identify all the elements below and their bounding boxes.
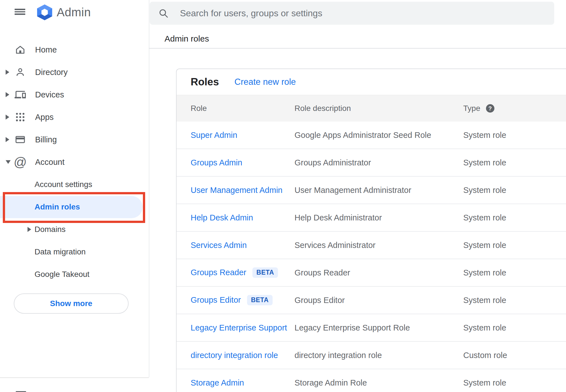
role-type: System role — [463, 296, 506, 305]
sidebar-item-google-takeout[interactable]: Google Takeout — [0, 263, 148, 286]
table-row: Help Desk Admin Help Desk Administrator … — [177, 204, 566, 232]
app-title: Admin — [57, 6, 91, 19]
role-description: Groups Editor — [295, 296, 345, 305]
expand-right-icon[interactable] — [28, 227, 31, 232]
sidebar-item-devices[interactable]: Devices — [0, 83, 148, 106]
role-type: System role — [463, 323, 506, 332]
apps-grid-icon — [14, 111, 26, 123]
role-link[interactable]: Super Admin — [191, 131, 237, 140]
role-type: System role — [463, 158, 506, 167]
table-row: directory integration role directory int… — [177, 342, 566, 369]
annotation-red-box — [3, 192, 145, 223]
column-header-role-description: Role description — [295, 104, 351, 113]
at-sign-icon: @ — [14, 156, 26, 168]
role-link[interactable]: Groups Admin — [191, 158, 242, 167]
help-icon[interactable]: ? — [486, 104, 494, 113]
app-logo[interactable]: Admin — [36, 4, 91, 21]
role-description: directory integration role — [295, 351, 382, 360]
sidebar-item-billing[interactable]: Billing — [0, 128, 148, 151]
card-title: Roles — [191, 76, 219, 88]
role-type: System role — [463, 186, 506, 195]
table-row: User Management Admin User Management Ad… — [177, 177, 566, 204]
role-description: Legacy Enterprise Support Role — [295, 323, 410, 332]
sidebar-item-data-migration[interactable]: Data migration — [0, 241, 148, 263]
table-row: Groups Reader BETA Groups Reader System … — [177, 259, 566, 287]
home-icon — [14, 44, 26, 56]
role-description: Help Desk Administrator — [295, 213, 382, 222]
table-row: Super Admin Google Apps Administrator Se… — [177, 122, 566, 149]
expand-right-icon[interactable] — [6, 70, 9, 75]
admin-hexagon-logo-icon — [36, 4, 53, 20]
role-type: System role — [463, 241, 506, 250]
credit-card-icon — [14, 133, 26, 146]
role-type: System role — [463, 378, 506, 388]
role-link[interactable]: Groups Editor — [191, 295, 241, 305]
person-icon — [14, 66, 26, 78]
search-bar[interactable] — [150, 2, 554, 25]
roles-card-header: Roles Create new role — [177, 69, 566, 95]
role-link[interactable]: User Management Admin — [191, 186, 282, 195]
expand-down-icon[interactable] — [6, 160, 11, 164]
role-link[interactable]: Help Desk Admin — [191, 213, 253, 222]
table-row: Groups Editor BETA Groups Editor System … — [177, 287, 566, 314]
show-more-button[interactable]: Show more — [14, 293, 129, 314]
sidebar-item-apps[interactable]: Apps — [0, 106, 148, 128]
table-row: Storage Admin Storage Admin Role System … — [177, 369, 566, 392]
column-header-type: Type ? — [463, 104, 494, 113]
sidebar-bottom-divider — [0, 377, 149, 378]
role-link[interactable]: directory integration role — [191, 351, 278, 360]
table-row: Services Admin Services Administrator Sy… — [177, 232, 566, 259]
role-link[interactable]: Groups Reader — [191, 268, 246, 277]
expand-right-icon[interactable] — [6, 137, 9, 142]
expand-right-icon[interactable] — [6, 92, 9, 97]
role-type: System role — [463, 213, 506, 222]
beta-badge: BETA — [247, 295, 273, 305]
sidebar-item-directory[interactable]: Directory — [0, 61, 148, 83]
sidebar: Admin Home Directory Devices — [0, 0, 149, 377]
role-link[interactable]: Services Admin — [191, 241, 247, 250]
search-input[interactable] — [179, 8, 554, 19]
role-description: Groups Administrator — [295, 158, 371, 167]
devices-icon — [14, 88, 26, 101]
roles-card: Roles Create new role Role Role descript… — [176, 69, 566, 392]
role-description: Storage Admin Role — [295, 378, 367, 388]
role-type: System role — [463, 268, 506, 277]
role-type: System role — [463, 131, 506, 140]
table-header-row: Role Role description Type ? — [177, 95, 566, 122]
role-link[interactable]: Storage Admin — [191, 378, 244, 388]
expand-right-icon[interactable] — [6, 115, 9, 120]
table-row: Groups Admin Groups Administrator System… — [177, 149, 566, 177]
hamburger-menu-icon[interactable] — [15, 9, 25, 15]
column-header-role: Role — [191, 104, 207, 113]
role-description: Google Apps Administrator Seed Role — [295, 131, 431, 140]
role-type: Custom role — [463, 351, 507, 360]
table-row: Legacy Enterprise Support Legacy Enterpr… — [177, 314, 566, 342]
sidebar-item-home[interactable]: Home — [0, 38, 148, 61]
header-divider — [149, 48, 566, 49]
sidebar-item-account[interactable]: @ Account — [0, 151, 148, 173]
breadcrumb: Admin roles — [165, 33, 209, 45]
role-description: Groups Reader — [295, 268, 350, 277]
create-new-role-link[interactable]: Create new role — [234, 77, 296, 87]
role-description: Services Administrator — [295, 241, 376, 250]
role-description: User Management Administrator — [295, 186, 411, 195]
search-icon — [158, 8, 169, 19]
role-link[interactable]: Legacy Enterprise Support — [191, 323, 287, 332]
beta-badge: BETA — [252, 267, 278, 278]
